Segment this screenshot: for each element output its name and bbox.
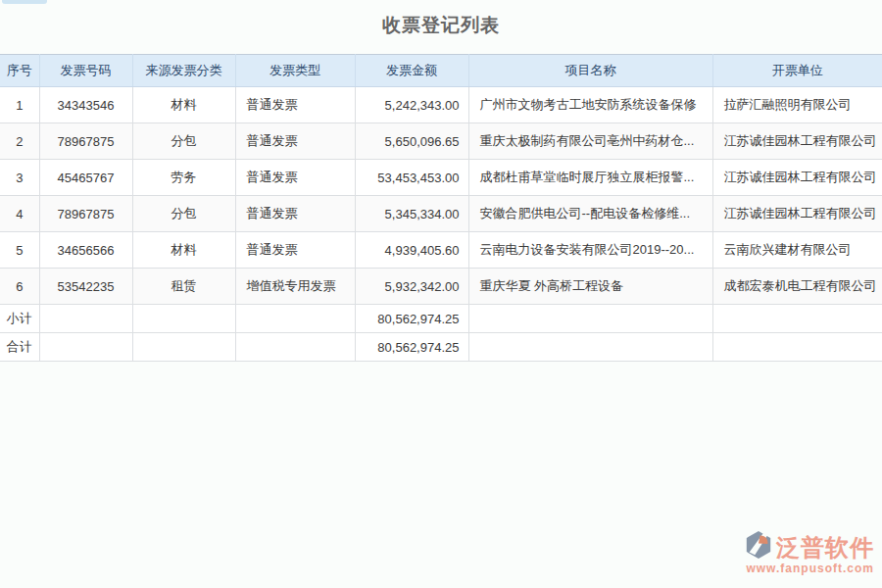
issuing-unit-link[interactable]: 云南欣兴建材有限公司 — [712, 232, 882, 269]
brand-url[interactable]: www.fanpusoft.com — [743, 563, 874, 574]
table-row: 1 34343546 材料 普通发票 5,242,343.00 广州市文物考古工… — [0, 87, 882, 123]
issuing-unit-link[interactable]: 拉萨汇融照明有限公司 — [712, 87, 882, 123]
amount-cell: 5,932,342.00 — [355, 269, 468, 305]
project-name-link[interactable]: 广州市文物考古工地安防系统设备保修 — [468, 87, 712, 123]
project-name-link[interactable]: 安徽合肥供电公司--配电设备检修维... — [468, 196, 712, 232]
table-row: 3 45465767 劳务 普通发票 53,453,453.00 成都杜甫草堂临… — [0, 160, 882, 196]
subtotal-row: 小计 80,562,974.25 — [0, 305, 882, 333]
fanpu-watermark: 泛普软件 www.fanpusoft.com — [743, 530, 874, 574]
fanpu-logo-icon — [743, 530, 774, 560]
amount-cell: 5,345,334.00 — [355, 196, 468, 232]
invoice-no-link[interactable]: 34343546 — [39, 87, 132, 123]
column-header-invoice-no: 发票号码 — [39, 55, 132, 87]
issuing-unit-link[interactable]: 江苏诚佳园林工程有限公司 — [712, 160, 882, 196]
invoice-type-cell: 普通发票 — [235, 196, 355, 232]
invoice-no-link[interactable]: 53542235 — [39, 269, 132, 305]
invoice-type-cell: 普通发票 — [235, 123, 355, 160]
issuing-unit-link[interactable]: 江苏诚佳园林工程有限公司 — [712, 196, 882, 232]
issuing-unit-link[interactable]: 成都宏泰机电工程有限公司 — [712, 269, 882, 305]
invoice-no-link[interactable]: 78967875 — [39, 123, 132, 160]
project-name-link[interactable]: 云南电力设备安装有限公司2019--20... — [468, 232, 712, 269]
table-row: 5 34656566 材料 普通发票 4,939,405.60 云南电力设备安装… — [0, 232, 882, 269]
column-header-project-name: 项目名称 — [468, 55, 712, 87]
source-category-cell: 分包 — [132, 196, 235, 232]
column-header-seq: 序号 — [0, 55, 39, 87]
amount-cell: 4,939,405.60 — [355, 232, 468, 269]
seq-cell: 4 — [0, 196, 39, 232]
subtotal-amount: 80,562,974.25 — [355, 305, 468, 333]
invoice-type-cell: 普通发票 — [235, 87, 355, 123]
partial-button[interactable] — [2, 0, 47, 4]
issuing-unit-link[interactable]: 江苏诚佳园林工程有限公司 — [712, 123, 882, 160]
source-category-cell: 劳务 — [132, 160, 235, 196]
total-row: 合计 80,562,974.25 — [0, 333, 882, 362]
brand-name[interactable]: 泛普软件 — [776, 536, 874, 560]
project-name-link[interactable]: 重庆太极制药有限公司亳州中药材仓... — [468, 123, 712, 160]
invoice-no-link[interactable]: 34656566 — [39, 232, 132, 269]
seq-cell: 2 — [0, 123, 39, 160]
invoice-no-link[interactable]: 45465767 — [39, 160, 132, 196]
seq-cell: 5 — [0, 232, 39, 269]
column-header-issuing-unit: 开票单位 — [712, 55, 882, 87]
receipt-register-table: 序号 发票号码 来源发票分类 发票类型 发票金额 项目名称 开票单位 1 343… — [0, 54, 882, 362]
invoice-type-cell: 普通发票 — [235, 232, 355, 269]
project-name-link[interactable]: 成都杜甫草堂临时展厅独立展柜报警... — [468, 160, 712, 196]
invoice-no-link[interactable]: 78967875 — [39, 196, 132, 232]
source-category-cell: 材料 — [132, 232, 235, 269]
table-header-row: 序号 发票号码 来源发票分类 发票类型 发票金额 项目名称 开票单位 — [0, 55, 882, 87]
seq-cell: 1 — [0, 87, 39, 123]
seq-cell: 6 — [0, 269, 39, 305]
invoice-type-cell: 普通发票 — [235, 160, 355, 196]
project-name-link[interactable]: 重庆华夏 外高桥工程设备 — [468, 269, 712, 305]
invoice-type-cell: 增值税专用发票 — [235, 269, 355, 305]
seq-cell: 3 — [0, 160, 39, 196]
source-category-cell: 分包 — [132, 123, 235, 160]
amount-cell: 53,453,453.00 — [355, 160, 468, 196]
total-amount: 80,562,974.25 — [355, 333, 468, 362]
subtotal-label: 小计 — [0, 305, 39, 333]
page-title: 收票登记列表 — [0, 13, 882, 40]
source-category-cell: 材料 — [132, 87, 235, 123]
column-header-amount: 发票金额 — [355, 55, 468, 87]
source-category-cell: 租赁 — [132, 269, 235, 305]
amount-cell: 5,650,096.65 — [355, 123, 468, 160]
table-row: 6 53542235 租赁 增值税专用发票 5,932,342.00 重庆华夏 … — [0, 269, 882, 305]
total-label: 合计 — [0, 333, 39, 362]
column-header-source-category: 来源发票分类 — [132, 55, 235, 87]
column-header-invoice-type: 发票类型 — [235, 55, 355, 87]
amount-cell: 5,242,343.00 — [355, 87, 468, 123]
table-row: 4 78967875 分包 普通发票 5,345,334.00 安徽合肥供电公司… — [0, 196, 882, 232]
table-row: 2 78967875 分包 普通发票 5,650,096.65 重庆太极制药有限… — [0, 123, 882, 160]
